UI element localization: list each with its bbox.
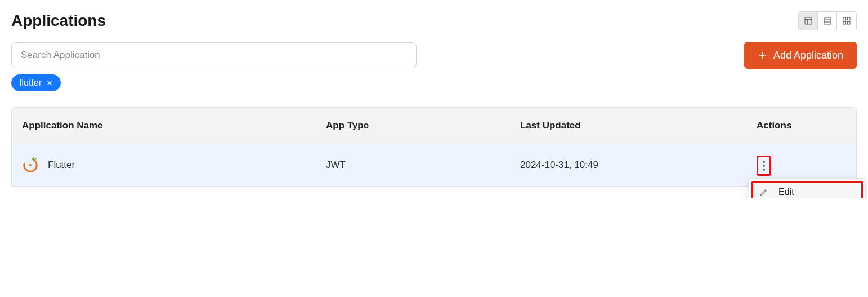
- app-type: JWT: [316, 144, 510, 187]
- kebab-icon: [759, 159, 768, 172]
- add-button-label: Add Application: [773, 50, 843, 61]
- view-list-button[interactable]: [818, 12, 837, 30]
- row-actions-menu: Edit Show SSO Link Certificate: [749, 178, 866, 198]
- layout-list-icon: [823, 16, 832, 25]
- svg-rect-9: [847, 21, 850, 24]
- app-updated: 2024-10-31, 10:49: [510, 144, 746, 187]
- view-toggle-group: [798, 11, 857, 30]
- add-application-button[interactable]: Add Application: [744, 42, 857, 69]
- menu-item-edit[interactable]: Edit: [751, 181, 863, 198]
- page-title: Applications: [11, 12, 106, 30]
- app-name: Flutter: [48, 159, 75, 171]
- close-icon: [46, 79, 53, 86]
- svg-point-15: [29, 164, 32, 166]
- col-header-actions: Actions: [746, 108, 856, 144]
- applications-table: Application Name App Type Last Updated A…: [11, 107, 857, 187]
- col-header-updated: Last Updated: [510, 108, 746, 144]
- layout-grid-icon: [842, 16, 851, 25]
- remove-chip-button[interactable]: [46, 79, 53, 86]
- svg-rect-8: [843, 21, 846, 24]
- filter-chip-label: flutter: [19, 78, 42, 88]
- table-header-row: Application Name App Type Last Updated A…: [12, 108, 856, 144]
- svg-rect-0: [805, 17, 812, 24]
- svg-rect-3: [824, 17, 831, 24]
- layout-column-icon: [804, 16, 813, 25]
- row-actions-button[interactable]: [757, 156, 771, 176]
- view-column-button[interactable]: [799, 12, 818, 30]
- filter-chip: flutter: [11, 74, 61, 91]
- view-grid-button[interactable]: [837, 12, 856, 30]
- menu-item-label: Edit: [778, 187, 794, 197]
- app-icon: [22, 157, 39, 174]
- col-header-name: Application Name: [12, 108, 316, 144]
- col-header-type: App Type: [316, 108, 510, 144]
- svg-rect-6: [843, 17, 846, 20]
- filter-chips: flutter: [11, 74, 857, 91]
- search-input[interactable]: [11, 42, 417, 68]
- table-row[interactable]: Flutter JWT 2024-10-31, 10:49: [12, 144, 856, 187]
- svg-rect-7: [847, 17, 850, 20]
- plus-icon: [758, 50, 768, 60]
- pencil-icon: [759, 188, 768, 197]
